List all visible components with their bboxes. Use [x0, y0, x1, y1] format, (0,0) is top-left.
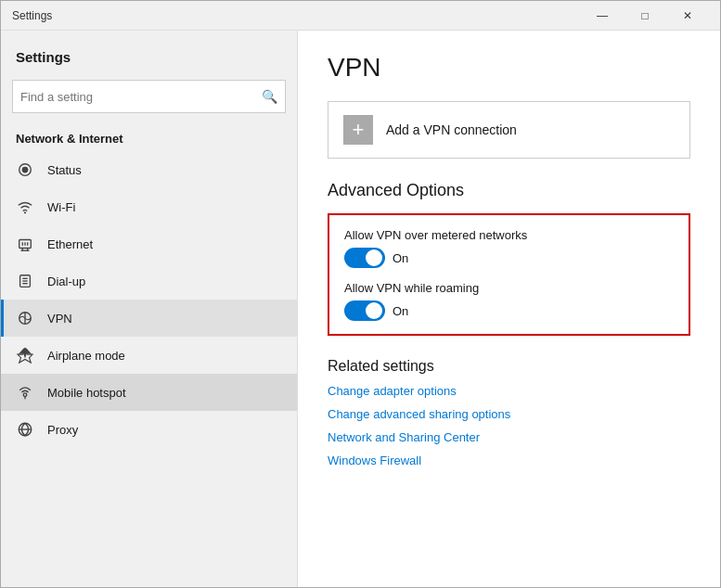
sidebar-item-hotspot[interactable]: Mobile hotspot [1, 374, 297, 411]
svg-point-16 [23, 393, 27, 397]
wifi-icon [16, 198, 34, 216]
sidebar-item-dialup[interactable]: Dial-up [1, 262, 297, 300]
ethernet-icon [16, 235, 34, 253]
search-box[interactable]: 🔍 [12, 80, 286, 113]
related-link-2[interactable]: Network and Sharing Center [328, 430, 690, 444]
nav-items: StatusWi-FiEthernetDial-upVPNAirplane mo… [1, 151, 297, 448]
close-button[interactable]: ✕ [666, 1, 709, 31]
search-icon[interactable]: 🔍 [262, 89, 277, 104]
toggle-roaming[interactable] [344, 300, 385, 321]
titlebar: Settings — □ ✕ [1, 1, 720, 31]
toggle-control-metered: On [344, 248, 674, 268]
sidebar-item-label-status: Status [47, 163, 82, 177]
sidebar-item-vpn[interactable]: VPN [1, 300, 297, 337]
svg-point-2 [24, 211, 26, 213]
minimize-button[interactable]: — [581, 1, 624, 31]
maximize-button[interactable]: □ [624, 1, 666, 31]
page-title: VPN [328, 53, 690, 83]
sidebar-item-label-airplane: Airplane mode [47, 349, 125, 363]
sidebar-item-wifi[interactable]: Wi-Fi [1, 188, 297, 225]
advanced-options-heading: Advanced Options [328, 181, 690, 200]
toggle-row-roaming: Allow VPN while roaming On [344, 281, 674, 321]
sidebar-header: Settings [1, 31, 297, 72]
sidebar-item-label-proxy: Proxy [47, 423, 78, 437]
add-vpn-label: Add a VPN connection [386, 122, 517, 137]
sidebar-item-proxy[interactable]: Proxy [1, 411, 297, 448]
related-settings-heading: Related settings [328, 358, 690, 375]
sidebar-item-airplane[interactable]: Airplane mode [1, 337, 297, 374]
airplane-icon [16, 346, 34, 364]
toggle-metered[interactable] [344, 248, 385, 268]
sidebar-item-label-ethernet: Ethernet [47, 237, 93, 251]
main-content-area: Settings 🔍 Network & Internet StatusWi-F… [1, 31, 720, 587]
related-link-1[interactable]: Change advanced sharing options [328, 407, 690, 421]
window-title: Settings [12, 9, 581, 22]
sidebar-item-label-vpn: VPN [47, 312, 72, 326]
toggle-label-roaming: Allow VPN while roaming [344, 281, 674, 295]
related-link-0[interactable]: Change adapter options [328, 384, 690, 398]
proxy-icon [16, 420, 34, 439]
toggle-control-roaming: On [344, 300, 674, 321]
sidebar-item-label-hotspot: Mobile hotspot [47, 386, 126, 400]
toggle-status-roaming: On [393, 304, 408, 318]
window-controls: — □ ✕ [581, 1, 709, 31]
dialup-icon [16, 272, 34, 290]
status-icon [16, 160, 34, 179]
sidebar-item-ethernet[interactable]: Ethernet [1, 225, 297, 262]
sidebar-item-label-wifi: Wi-Fi [47, 200, 75, 214]
toggle-row-metered: Allow VPN over metered networks On [344, 228, 674, 268]
svg-point-1 [22, 167, 27, 172]
search-input[interactable] [20, 90, 262, 104]
toggle-status-metered: On [393, 251, 408, 265]
main-panel: VPN + Add a VPN connection Advanced Opti… [298, 31, 720, 587]
sidebar: Settings 🔍 Network & Internet StatusWi-F… [1, 31, 298, 587]
advanced-options-box: Allow VPN over metered networks On Allow… [328, 213, 690, 336]
sidebar-item-status[interactable]: Status [1, 151, 297, 188]
section-label: Network & Internet [1, 124, 297, 151]
toggle-label-metered: Allow VPN over metered networks [344, 228, 674, 242]
add-vpn-button[interactable]: + Add a VPN connection [328, 101, 690, 159]
related-links: Change adapter optionsChange advanced sh… [328, 384, 690, 467]
plus-icon: + [343, 115, 373, 145]
related-link-3[interactable]: Windows Firewall [328, 454, 690, 467]
vpn-icon [16, 309, 34, 327]
settings-window: Settings — □ ✕ Settings 🔍 Network & Inte… [0, 0, 721, 588]
hotspot-icon [16, 383, 34, 402]
sidebar-item-label-dialup: Dial-up [47, 275, 85, 288]
